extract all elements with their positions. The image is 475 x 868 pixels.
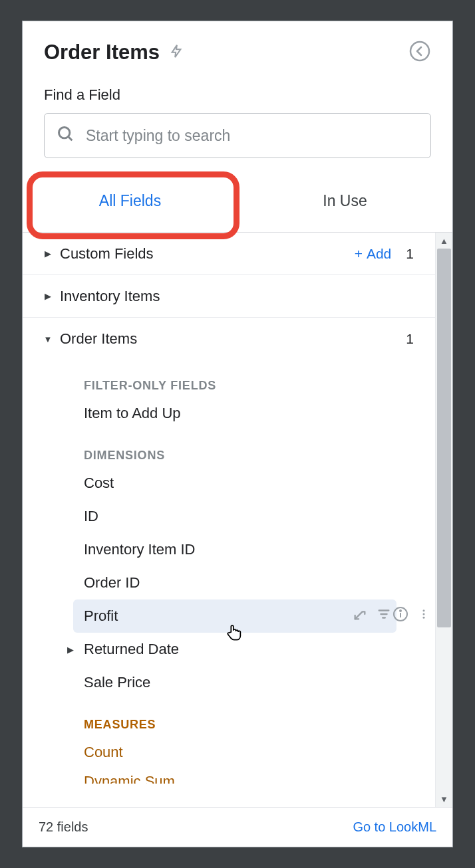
field-returned-date[interactable]: ▶ Returned Date <box>23 633 435 666</box>
field-count: 72 fields <box>39 819 88 835</box>
collapse-icon: ▼ <box>36 334 60 344</box>
pivot-icon[interactable] <box>353 607 367 625</box>
tab-in-use[interactable]: In Use <box>238 170 452 232</box>
field-count[interactable]: Count <box>23 736 435 769</box>
collapse-panel-icon[interactable] <box>408 40 431 65</box>
svg-line-2 <box>69 137 73 141</box>
field-id[interactable]: ID <box>23 500 435 533</box>
field-cutoff[interactable]: Dynamic Sum <box>23 769 435 784</box>
more-icon[interactable] <box>418 606 430 626</box>
custom-fields-count: 1 <box>406 246 414 262</box>
field-list: ▶ Custom Fields + Add 1 ▶ Inventory Item… <box>23 233 435 807</box>
expand-icon: ▶ <box>59 645 82 655</box>
tab-all-fields[interactable]: All Fields <box>23 170 238 232</box>
expand-icon: ▶ <box>36 291 60 301</box>
panel-header: Order Items <box>23 21 452 70</box>
expand-icon: ▶ <box>36 249 60 259</box>
svg-point-10 <box>423 613 425 615</box>
search-label: Find a Field <box>23 70 452 109</box>
group-custom-fields[interactable]: ▶ Custom Fields + Add 1 <box>23 233 435 275</box>
svg-point-8 <box>400 610 401 611</box>
scroll-track[interactable] <box>436 249 452 791</box>
page-title: Order Items <box>44 41 160 64</box>
svg-point-1 <box>59 128 70 138</box>
quick-start-icon[interactable] <box>169 41 184 64</box>
svg-point-0 <box>410 42 429 60</box>
search-icon <box>57 125 75 146</box>
field-item-to-add-up[interactable]: Item to Add Up <box>23 397 435 430</box>
add-custom-field-button[interactable]: + Add <box>355 246 392 262</box>
filter-icon[interactable] <box>377 607 391 625</box>
field-inventory-item-id[interactable]: Inventory Item ID <box>23 533 435 566</box>
field-sale-price[interactable]: Sale Price <box>23 666 435 699</box>
section-filter-only: FILTER-ONLY FIELDS <box>23 360 435 397</box>
field-profit[interactable]: Profit <box>73 599 396 633</box>
tabs: All Fields In Use <box>23 170 452 233</box>
plus-icon: + <box>355 246 363 262</box>
field-cost[interactable]: Cost <box>23 467 435 500</box>
svg-point-9 <box>423 609 425 611</box>
section-dimensions: DIMENSIONS <box>23 430 435 467</box>
search-input[interactable] <box>86 127 418 145</box>
info-icon[interactable] <box>393 606 408 626</box>
scroll-down-icon[interactable]: ▼ <box>436 791 452 807</box>
field-order-id[interactable]: Order ID <box>23 566 435 599</box>
search-field[interactable] <box>44 113 431 158</box>
svg-point-11 <box>423 617 425 619</box>
scrollbar[interactable]: ▲ ▼ <box>435 233 452 807</box>
group-order-items[interactable]: ▼ Order Items 1 <box>23 318 435 360</box>
section-measures: MEASURES <box>23 699 435 736</box>
panel-footer: 72 fields Go to LookML <box>23 807 452 847</box>
order-items-count: 1 <box>406 331 414 347</box>
scroll-thumb[interactable] <box>437 249 451 627</box>
go-to-lookml-link[interactable]: Go to LookML <box>353 819 436 835</box>
scroll-up-icon[interactable]: ▲ <box>436 233 452 249</box>
field-picker-panel: Order Items Find a Field All Fields In U… <box>22 21 453 847</box>
group-inventory-items[interactable]: ▶ Inventory Items <box>23 275 435 318</box>
